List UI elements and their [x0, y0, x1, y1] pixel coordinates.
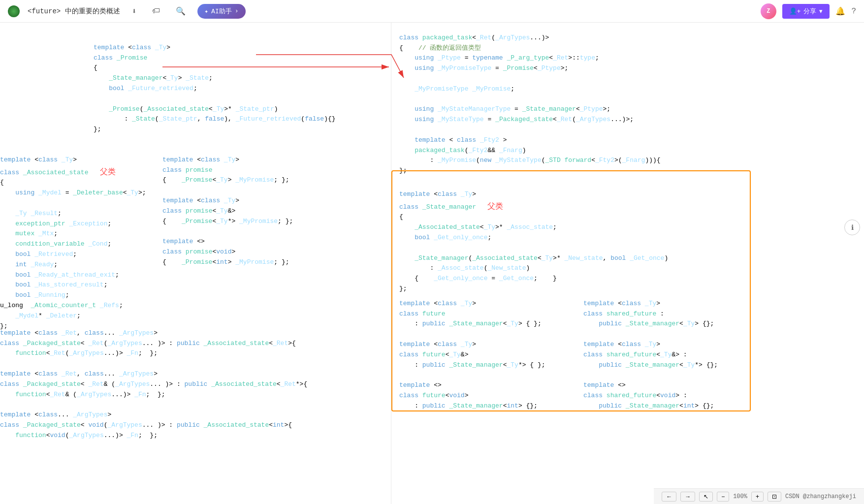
share-chevron-icon: ▾ [819, 7, 823, 15]
main-content: template <class _Ty> class _Promise { _S… [0, 23, 864, 504]
bottom-bar: ← → ↖ − 100% + ⊡ CSDN @zhangzhangkeji [654, 488, 864, 504]
left-panel: template <class _Ty> class _Promise { _S… [0, 23, 391, 504]
page-title: <future> 中的重要的类概述 [28, 7, 120, 16]
source-label: CSDN @zhangzhangkeji [785, 493, 856, 500]
right-panel: class packaged_task<_Ret(_ArgTypes...)> … [391, 23, 864, 504]
zoom-level: 100% [733, 493, 747, 500]
promise-class-block: template <class _Ty> class _Promise { _S… [94, 32, 336, 135]
packaged-state-block: template <class _Ret, class... _ArgTypes… [0, 318, 307, 441]
forward-button[interactable]: → [680, 492, 695, 502]
user-plus-icon: 👤+ [789, 7, 801, 15]
tag-icon[interactable]: 🏷 [148, 4, 164, 18]
bell-icon[interactable]: 🔔 [835, 6, 845, 16]
info-button[interactable]: ℹ [844, 220, 860, 235]
avatar: Z [761, 3, 776, 19]
packaged-task-block: class packaged_task<_Ret(_ArgTypes...)> … [399, 23, 856, 176]
ai-chevron-icon: › [235, 7, 239, 15]
back-button[interactable]: ← [662, 492, 676, 502]
ai-button[interactable]: ✦ AI助手 › [197, 4, 245, 19]
ai-icon: ✦ [204, 7, 208, 15]
topnav-right: Z 👤+ 分享 ▾ 🔔 ? [761, 3, 856, 19]
fit-button[interactable]: ⊡ [768, 492, 781, 502]
promise-variants-block: template <class _Ty> class promise { _Pr… [162, 145, 293, 268]
shared-future-block: template <class _Ty> class shared_future… [583, 288, 751, 411]
logo-icon [8, 5, 20, 17]
state-manager-block: template <class _Ty> class _State_manage… [399, 179, 668, 294]
cursor-button[interactable]: ↖ [699, 492, 713, 502]
ai-label: AI助手 [211, 7, 232, 16]
associated-state-block: template <class _Ty> class _Associated_s… [0, 145, 146, 331]
help-icon[interactable]: ? [851, 7, 856, 16]
share-button[interactable]: 👤+ 分享 ▾ [782, 4, 830, 19]
zoom-out-button[interactable]: − [717, 492, 729, 502]
future-block: template <class _Ty> class future : publ… [399, 288, 567, 411]
topnav: <future> 中的重要的类概述 ⬇ 🏷 🔍 ✦ AI助手 › Z 👤+ 分享… [0, 0, 864, 23]
search-icon[interactable]: 🔍 [172, 4, 190, 18]
zoom-in-button[interactable]: + [751, 492, 764, 502]
download-icon[interactable]: ⬇ [128, 4, 141, 18]
